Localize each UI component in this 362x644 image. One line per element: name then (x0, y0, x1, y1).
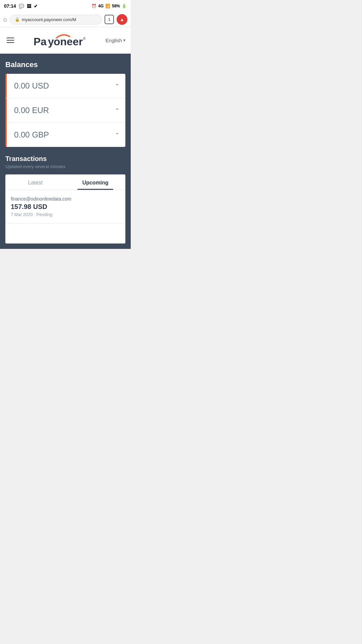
upload-icon: ▲ (120, 17, 124, 22)
hamburger-line-2 (7, 40, 14, 41)
language-selector[interactable]: English ▾ (106, 38, 125, 43)
chevron-up-usd-icon: ⌃ (115, 83, 119, 89)
transaction-amount: 157.98 USD (11, 203, 120, 211)
lock-icon: 🔒 (15, 17, 20, 22)
check-icon: ✔ (34, 4, 38, 9)
balance-card: 0.00 USD ⌃ 0.00 EUR ⌃ 0.00 GBP ⌃ (5, 74, 125, 147)
svg-text:oneer: oneer (54, 36, 83, 48)
upload-button[interactable]: ▲ (117, 14, 127, 25)
transaction-meta: 7 Mar 2020 Pending (11, 212, 120, 217)
transaction-email: finance@odinonlinedata.com (11, 196, 120, 202)
status-left: 07:14 💬 🖼 ✔ (4, 3, 38, 9)
transactions-subtitle: Updated every several minutes (5, 164, 125, 169)
hamburger-menu-button[interactable] (5, 36, 15, 44)
transaction-date: 7 Mar 2020 (11, 212, 33, 217)
status-right: ⏰ 4G 📶 58% 🔋 (92, 4, 127, 8)
messenger-icon: 💬 (19, 4, 24, 9)
tab-latest[interactable]: Latest (5, 174, 65, 190)
image-icon: 🖼 (27, 4, 31, 9)
svg-text:Pa: Pa (34, 36, 47, 48)
browser-bar: ⌂ 🔒 myaccount.payoneer.com/M 1 ▲ (0, 12, 131, 27)
transactions-card: Latest Upcoming finance@odinonlinedata.c… (5, 174, 125, 244)
home-button[interactable]: ⌂ (3, 16, 7, 23)
alarm-icon: ⏰ (92, 4, 97, 8)
site-header: Pa y oneer ® English ▾ (0, 27, 131, 54)
battery-level: 58% (112, 4, 120, 8)
svg-text:®: ® (83, 37, 86, 41)
chevron-up-gbp-icon: ⌃ (115, 132, 119, 138)
status-time: 07:14 (4, 3, 16, 9)
transaction-status: Pending (37, 212, 53, 217)
tab-count-button[interactable]: 1 (105, 15, 114, 24)
chevron-down-icon: ▾ (123, 38, 125, 43)
balance-eur-amount: 0.00 EUR (11, 106, 49, 115)
tab-upcoming[interactable]: Upcoming (65, 174, 125, 190)
language-label: English (106, 38, 122, 43)
balances-section: Balances 0.00 USD ⌃ 0.00 EUR ⌃ 0.00 GBP … (0, 54, 131, 147)
chevron-up-eur-icon: ⌃ (115, 107, 119, 114)
transaction-item-empty (5, 223, 125, 244)
url-text: myaccount.payoneer.com/M (22, 17, 76, 22)
status-bar: 07:14 💬 🖼 ✔ ⏰ 4G 📶 58% 🔋 (0, 0, 131, 12)
signal-icon: 📶 (105, 4, 110, 8)
balances-title: Balances (5, 60, 125, 69)
battery-icon: 🔋 (122, 4, 127, 8)
network-type: 4G (98, 4, 104, 8)
payoneer-logo: Pa y oneer ® (34, 32, 87, 49)
balance-gbp-amount: 0.00 GBP (11, 130, 49, 140)
hamburger-line-1 (7, 38, 14, 38)
transactions-section: Transactions Updated every several minut… (0, 147, 131, 249)
tab-count: 1 (108, 17, 110, 21)
logo-svg: Pa y oneer ® (34, 32, 87, 49)
svg-text:y: y (48, 36, 54, 48)
balance-item-gbp[interactable]: 0.00 GBP ⌃ (5, 123, 125, 147)
transactions-title: Transactions (5, 155, 125, 163)
tabs-row: Latest Upcoming (5, 174, 125, 190)
balance-item-eur[interactable]: 0.00 EUR ⌃ (5, 98, 125, 123)
balance-usd-amount: 0.00 USD (11, 81, 49, 91)
url-bar[interactable]: 🔒 myaccount.payoneer.com/M (10, 15, 102, 24)
balance-item-usd[interactable]: 0.00 USD ⌃ (5, 74, 125, 98)
hamburger-line-3 (7, 42, 14, 43)
transaction-item: finance@odinonlinedata.com 157.98 USD 7 … (5, 190, 125, 223)
